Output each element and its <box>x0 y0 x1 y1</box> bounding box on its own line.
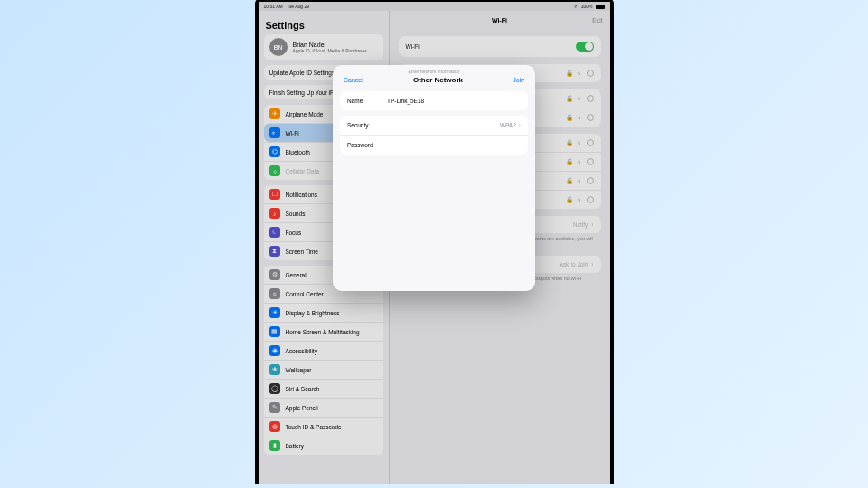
chevron-right-icon: › <box>519 122 521 128</box>
password-row[interactable]: Password <box>340 135 528 155</box>
modal-title: Other Network <box>413 76 463 84</box>
network-name-row[interactable]: Name TP-Link_5E18 <box>340 91 528 110</box>
password-label: Password <box>347 142 373 148</box>
join-button[interactable]: Join <box>513 77 524 83</box>
security-value: WPA2 <box>500 122 516 128</box>
name-input[interactable]: TP-Link_5E18 <box>387 98 521 104</box>
modal-subtitle: Enter network information <box>333 65 535 74</box>
security-row[interactable]: Security WPA2› <box>340 116 528 135</box>
other-network-modal: Enter network information Cancel Other N… <box>333 65 535 291</box>
cancel-button[interactable]: Cancel <box>344 77 363 83</box>
security-label: Security <box>347 122 387 128</box>
name-label: Name <box>347 98 387 104</box>
